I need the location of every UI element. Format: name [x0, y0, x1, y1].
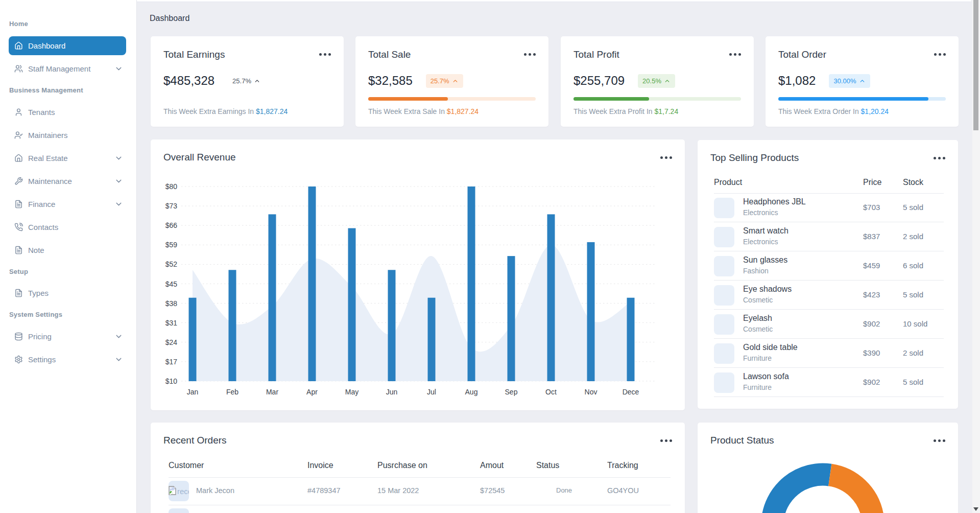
svg-text:$31: $31	[165, 319, 178, 327]
svg-text:$45: $45	[165, 280, 178, 288]
svg-text:$10: $10	[165, 377, 178, 385]
svg-text:$52: $52	[165, 260, 178, 268]
svg-text:$17: $17	[165, 358, 178, 366]
svg-text:$80: $80	[165, 182, 178, 191]
svg-text:Jul: Jul	[427, 388, 436, 396]
svg-text:Feb: Feb	[226, 388, 238, 396]
svg-text:Jan: Jan	[187, 388, 199, 396]
svg-text:$38: $38	[165, 299, 178, 308]
svg-text:May: May	[345, 388, 358, 396]
svg-text:$59: $59	[165, 241, 178, 249]
svg-text:Jun: Jun	[386, 388, 398, 396]
svg-text:$66: $66	[165, 221, 178, 229]
svg-text:Mar: Mar	[266, 388, 278, 396]
svg-text:Aug: Aug	[465, 388, 478, 396]
svg-text:Nov: Nov	[585, 388, 597, 396]
svg-text:Sep: Sep	[505, 388, 518, 396]
svg-text:$24: $24	[165, 338, 178, 346]
svg-text:Apr: Apr	[306, 388, 318, 396]
svg-text:Dece: Dece	[623, 388, 639, 396]
svg-text:$73: $73	[165, 202, 178, 210]
svg-text:Oct: Oct	[545, 388, 557, 396]
